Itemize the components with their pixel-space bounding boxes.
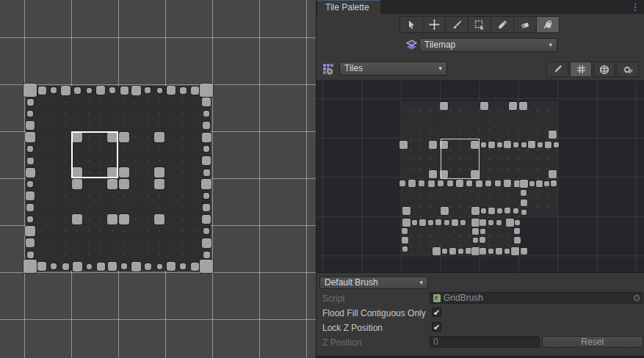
tile bbox=[399, 180, 405, 186]
tile bbox=[458, 249, 463, 254]
tile bbox=[509, 102, 517, 110]
tile bbox=[203, 193, 209, 199]
tile bbox=[495, 180, 501, 186]
palette-toolbar bbox=[546, 62, 639, 77]
tile bbox=[511, 247, 519, 255]
object-picker-icon[interactable]: ⊙ bbox=[633, 293, 640, 303]
tile bbox=[72, 179, 82, 189]
tile bbox=[25, 132, 35, 142]
tile bbox=[442, 249, 447, 254]
tile bbox=[201, 179, 211, 189]
picker-tool-button[interactable] bbox=[491, 16, 514, 33]
tile bbox=[408, 180, 416, 187]
tile bbox=[466, 180, 472, 186]
tile bbox=[402, 228, 408, 234]
tile bbox=[480, 248, 486, 255]
script-field[interactable]: GridBrush ⊙ bbox=[430, 292, 643, 304]
tile bbox=[96, 86, 105, 95]
tile bbox=[200, 260, 213, 273]
tile bbox=[203, 169, 210, 176]
paintbrush-tool-button[interactable] bbox=[445, 16, 468, 33]
move-icon bbox=[429, 19, 440, 30]
tile bbox=[419, 219, 426, 226]
tile bbox=[131, 86, 141, 95]
tile bbox=[554, 142, 559, 147]
tile bbox=[26, 121, 35, 130]
tile bbox=[513, 208, 518, 213]
tile bbox=[154, 214, 164, 224]
tile bbox=[72, 214, 82, 224]
fill-bucket-tool-button[interactable] bbox=[536, 16, 560, 33]
palette-dropdown[interactable]: Tiles ▾ bbox=[339, 62, 447, 76]
move-tool-button[interactable] bbox=[422, 16, 446, 33]
script-icon bbox=[433, 294, 441, 302]
box-fill-tool-button[interactable] bbox=[468, 16, 491, 33]
tile bbox=[191, 263, 199, 271]
tile bbox=[419, 180, 424, 186]
tile bbox=[38, 87, 46, 95]
z-position-field[interactable]: 0 bbox=[430, 336, 540, 348]
tile bbox=[429, 170, 437, 178]
tile bbox=[551, 180, 557, 186]
eyedropper-icon bbox=[497, 20, 507, 30]
flood-fill-checkbox[interactable]: ✔ bbox=[432, 307, 441, 317]
tile bbox=[402, 237, 408, 244]
flood-fill-label: Flood Fill Contiguous Only bbox=[322, 307, 426, 319]
reset-button[interactable]: Reset bbox=[542, 336, 643, 348]
tile bbox=[191, 87, 199, 95]
tile bbox=[27, 146, 33, 152]
kebab-menu-icon[interactable]: ⋮ bbox=[630, 1, 640, 13]
tilemap-dropdown[interactable]: Tilemap ▾ bbox=[419, 38, 557, 52]
gear-brush-icon bbox=[623, 65, 633, 75]
tab-tile-palette[interactable]: Tile Palette bbox=[317, 0, 380, 14]
tile bbox=[466, 248, 471, 254]
tile bbox=[428, 220, 433, 225]
select-tool-button[interactable] bbox=[399, 16, 423, 33]
tile bbox=[73, 262, 82, 271]
chevron-down-icon: ▾ bbox=[419, 277, 423, 288]
eraser-tool-button[interactable] bbox=[513, 16, 537, 33]
grid-toggle-button[interactable] bbox=[570, 62, 592, 77]
tile bbox=[481, 208, 486, 213]
lock-z-checkbox[interactable]: ✔ bbox=[432, 322, 441, 332]
tile bbox=[157, 88, 162, 93]
tile bbox=[202, 133, 211, 142]
tile bbox=[536, 180, 543, 187]
tile bbox=[549, 170, 557, 178]
tile bbox=[23, 260, 37, 273]
tile bbox=[120, 87, 129, 95]
tile bbox=[471, 247, 480, 255]
tile bbox=[521, 200, 527, 206]
brush-dropdown-label: Default Brush bbox=[325, 277, 378, 288]
tile bbox=[497, 142, 502, 147]
tilemap-dropdown-label: Tilemap bbox=[424, 40, 455, 50]
tile bbox=[145, 87, 151, 93]
tile bbox=[119, 179, 129, 189]
tile bbox=[485, 180, 491, 186]
tile bbox=[480, 102, 488, 110]
tile bbox=[504, 180, 511, 187]
gizmo-button[interactable] bbox=[593, 62, 615, 77]
tile bbox=[203, 146, 209, 152]
tile bbox=[167, 262, 176, 271]
chevron-down-icon: ▾ bbox=[438, 62, 442, 75]
tile bbox=[203, 122, 210, 129]
tile bbox=[37, 262, 46, 271]
tile bbox=[514, 237, 521, 244]
tile bbox=[26, 191, 35, 200]
tile bbox=[109, 87, 115, 93]
tile bbox=[438, 180, 444, 186]
tile bbox=[402, 207, 410, 215]
tile bbox=[488, 249, 493, 254]
gizmo-sphere-icon bbox=[599, 65, 609, 75]
tile bbox=[514, 228, 520, 234]
tile bbox=[504, 141, 511, 148]
grid-icon bbox=[576, 65, 586, 74]
palette-grid-view[interactable] bbox=[316, 80, 644, 273]
edit-palette-button[interactable] bbox=[546, 62, 568, 77]
scene-view[interactable] bbox=[0, 0, 316, 358]
brush-dropdown[interactable]: Default Brush ▾ bbox=[319, 277, 428, 289]
tile bbox=[87, 264, 92, 269]
palette-settings-button[interactable] bbox=[617, 62, 639, 77]
tab-bar: Tile Palette ⋮ bbox=[316, 0, 644, 14]
